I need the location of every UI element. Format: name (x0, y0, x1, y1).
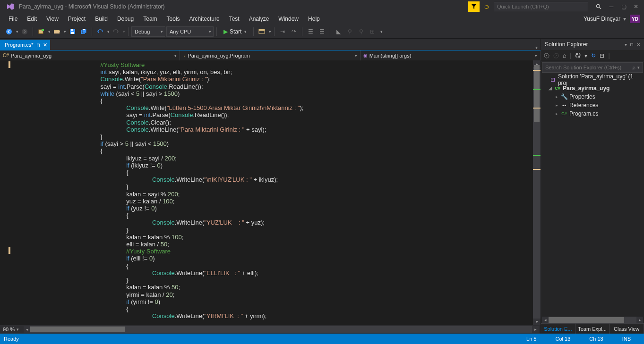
status-col: Col 13 (546, 336, 580, 342)
scroll-right-icon[interactable]: ▸ (636, 317, 643, 323)
menu-view[interactable]: View (42, 15, 63, 23)
chevron-down-icon[interactable]: ▾ (380, 29, 383, 34)
chevron-down-icon[interactable]: ▾ (64, 29, 66, 34)
chevron-down-icon[interactable]: ▾ (623, 16, 626, 22)
nav-member-dropdown[interactable]: ◉Main(string[] args) (361, 50, 541, 60)
redo-button[interactable] (111, 26, 121, 37)
scroll-left-icon[interactable]: ◂ (542, 317, 549, 323)
code-editor[interactable]: //Yusty Software int sayi, kalan, ikiyuz… (21, 60, 533, 325)
undo-button[interactable] (95, 26, 105, 37)
search-icon[interactable]: ⌕ (632, 64, 635, 71)
solution-tree[interactable]: ⊡Solution 'Para_ayirma_uyg' (1 proj ◢C#P… (541, 74, 644, 317)
csharp-file-icon: C# (561, 111, 567, 116)
outline-margin (0, 60, 9, 325)
scrollbar-thumb[interactable] (534, 65, 540, 122)
scroll-right-icon[interactable]: ▸ (532, 326, 539, 333)
open-file-button[interactable] (52, 26, 62, 37)
notifications-filter-icon[interactable] (468, 1, 480, 12)
platform-dropdown[interactable]: Any CPU (166, 26, 214, 37)
bookmark-icon[interactable]: ◣ (333, 26, 343, 37)
close-tab-icon[interactable]: ✕ (43, 42, 47, 48)
chevron-down-icon[interactable]: ▾ (16, 29, 18, 34)
solexp-search[interactable]: ⌕ ▾ (542, 62, 643, 73)
comment-icon[interactable]: ☰ (305, 26, 316, 37)
vertical-scrollbar[interactable]: ▴ ▾ (533, 60, 541, 325)
quick-launch-input[interactable] (494, 2, 588, 11)
feedback-smile-icon[interactable]: ☺ (483, 3, 490, 10)
browser-link-icon[interactable] (257, 26, 267, 37)
menu-file[interactable]: File (4, 15, 22, 23)
step-over-icon[interactable]: ↷ (289, 26, 299, 37)
svg-rect-13 (259, 29, 265, 31)
close-button[interactable]: ✕ (630, 1, 642, 12)
glyph-margin[interactable] (9, 60, 21, 325)
menu-tools[interactable]: Tools (162, 15, 185, 23)
chevron-down-icon[interactable]: ▾ (107, 29, 110, 34)
refresh-icon[interactable]: ↻ (591, 52, 596, 59)
config-dropdown[interactable]: Debug (131, 26, 165, 37)
nav-project-label: Para_ayirma_uyg (11, 53, 52, 59)
nav-class-dropdown[interactable]: ⬪Para_ayirma_uyg.Program (180, 50, 360, 60)
file-tabs: Program.cs* ⊓ ✕ ▾ (0, 39, 541, 50)
window-title: Para_ayirma_uyg - Microsoft Visual Studi… (19, 3, 165, 10)
zoom-label: 90 % (3, 327, 15, 332)
uncomment-icon[interactable]: ☰ (317, 26, 327, 37)
back-icon[interactable] (544, 53, 550, 59)
scroll-down-icon[interactable]: ▾ (533, 319, 541, 325)
menu-team[interactable]: Team (138, 15, 162, 23)
window-position-icon[interactable]: ▾ (625, 42, 627, 47)
menu-edit[interactable]: Edit (22, 15, 42, 23)
solexp-tab[interactable]: Class View (610, 324, 644, 334)
horizontal-scrollbar[interactable]: ◂ ▸ (24, 326, 539, 333)
solexp-search-input[interactable] (545, 65, 632, 70)
sync-icon[interactable]: 🗘 (575, 52, 581, 59)
scrollbar-thumb[interactable] (549, 317, 624, 323)
home-icon[interactable]: ⌂ (563, 52, 566, 59)
start-button[interactable]: ▶Start▾ (220, 26, 250, 37)
pin-icon[interactable]: ⊓ (36, 42, 40, 48)
new-project-button[interactable] (36, 26, 46, 37)
step-into-icon[interactable]: ⇥ (277, 26, 288, 37)
save-button[interactable] (67, 26, 77, 37)
forward-icon (553, 53, 559, 59)
tree-properties[interactable]: ▸🔧Properties (541, 92, 644, 101)
solexp-toolbar: ⌂ | 🗘 ▾ ↻ ⊟ | (541, 50, 644, 61)
solexp-hscroll[interactable]: ◂ ▸ (542, 317, 643, 323)
status-ins: INS (613, 336, 640, 342)
menu-window[interactable]: Window (274, 15, 303, 23)
nav-project-dropdown[interactable]: C#Para_ayirma_uyg (0, 50, 180, 60)
menu-debug[interactable]: Debug (112, 15, 138, 23)
user-name[interactable]: YusuF Dinçyar (584, 16, 620, 22)
user-badge[interactable]: YD (630, 15, 640, 23)
menu-test[interactable]: Test (224, 15, 244, 23)
menu-help[interactable]: Help (303, 15, 325, 23)
pin-icon[interactable]: ⊓ (630, 42, 634, 47)
search-icon[interactable] (596, 4, 601, 9)
menu-architecture[interactable]: Architecture (185, 15, 224, 23)
vs-logo-icon (6, 2, 15, 11)
tree-solution[interactable]: ⊡Solution 'Para_ayirma_uyg' (1 proj (541, 76, 644, 84)
maximize-button[interactable]: ▢ (618, 1, 630, 12)
nav-back-button[interactable] (4, 26, 14, 37)
collapse-all-icon[interactable]: ⊟ (600, 52, 604, 59)
chevron-down-icon[interactable]: ▾ (269, 29, 271, 34)
minimize-button[interactable]: ─ (605, 1, 618, 12)
scroll-left-icon[interactable]: ◂ (24, 326, 30, 333)
chevron-down-icon[interactable]: ▾ (48, 29, 51, 34)
close-panel-icon[interactable]: ✕ (636, 42, 640, 47)
file-tab[interactable]: Program.cs* ⊓ ✕ (0, 40, 50, 50)
menu-build[interactable]: Build (90, 15, 112, 23)
nav-forward-button (19, 26, 30, 37)
menu-project[interactable]: Project (63, 15, 90, 23)
chevron-down-icon[interactable]: ▾ (535, 45, 538, 50)
zoom-dropdown[interactable]: 90 %▾ (0, 327, 22, 332)
tree-references[interactable]: ▸▪▪References (541, 101, 644, 109)
tree-file[interactable]: ▸C#Program.cs (541, 109, 644, 118)
pending-changes-icon[interactable]: ▾ (584, 52, 587, 59)
solexp-tab[interactable]: Team Expl... (575, 324, 610, 334)
menu-analyze[interactable]: Analyze (244, 15, 274, 23)
solexp-tab[interactable]: Solution E... (541, 324, 575, 334)
save-all-button[interactable] (78, 26, 89, 37)
replace-icon: ⚲ (356, 26, 366, 37)
scrollbar-thumb[interactable] (30, 327, 125, 332)
